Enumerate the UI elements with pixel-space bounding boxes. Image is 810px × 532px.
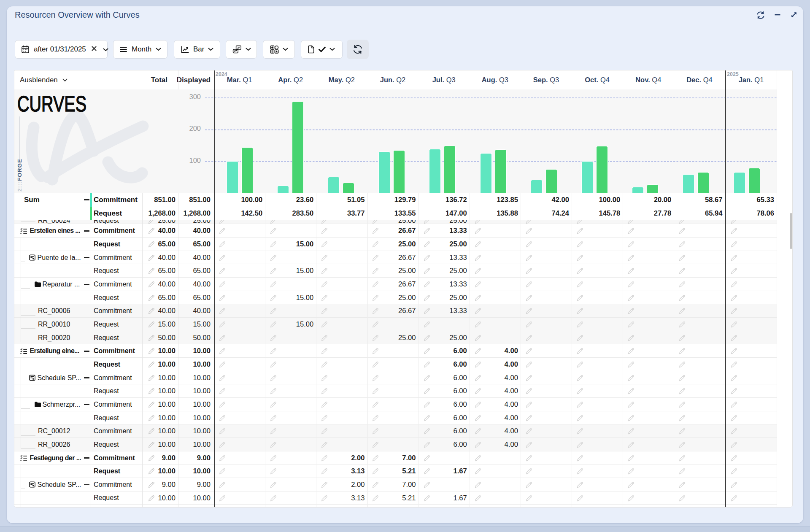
svg-text:CURVES: CURVES <box>17 92 86 116</box>
svg-text:2:::FORGE: 2:::FORGE <box>16 159 23 192</box>
